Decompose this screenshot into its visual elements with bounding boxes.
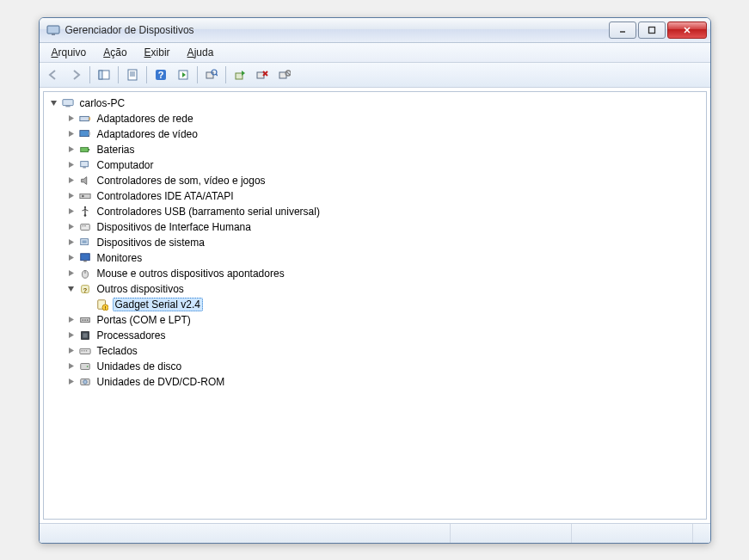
tree-category[interactable]: Adaptadores de rede (66, 111, 704, 126)
tree-category-label[interactable]: Outros dispositivos (95, 283, 186, 295)
back-button[interactable] (43, 65, 64, 84)
collapse-icon[interactable] (49, 98, 59, 108)
tree-category[interactable]: Dispositivos de Interface Humana (66, 219, 704, 235)
tree-category-label[interactable]: Processadores (95, 329, 168, 342)
tree-category[interactable]: Monitores (66, 250, 704, 266)
scan-hardware-button[interactable] (201, 65, 222, 84)
tree-root-label[interactable]: carlos-PC (78, 97, 127, 109)
tree-category-label[interactable]: Unidades de DVD/CD-ROM (95, 376, 227, 388)
minimize-button[interactable] (609, 22, 636, 39)
expand-icon[interactable] (66, 237, 77, 248)
tree-category[interactable]: Mouse e outros dispositivos apontadores (66, 266, 704, 281)
svg-point-55 (84, 319, 86, 321)
tree-category-label[interactable]: Adaptadores de rede (95, 113, 195, 125)
tree-category-label[interactable]: Portas (COM e LPT) (95, 314, 193, 326)
expand-icon[interactable] (66, 114, 77, 124)
tree-category[interactable]: Computador (66, 157, 704, 173)
unknown-device-icon: ? (78, 282, 92, 296)
tree-category-label[interactable]: Dispositivos de Interface Humana (95, 221, 253, 233)
svg-rect-58 (83, 333, 87, 337)
display-adapter-icon (78, 127, 92, 141)
update-driver-button[interactable] (230, 65, 250, 84)
svg-rect-32 (88, 149, 89, 151)
tree-category-label[interactable]: Controladores USB (barramento serial uni… (95, 206, 322, 218)
menu-file[interactable]: Arquivo (43, 45, 95, 60)
tree-category-label[interactable]: Computador (95, 159, 156, 171)
tree-category[interactable]: Baterias (66, 142, 704, 157)
tree-category-label[interactable]: Controladores de som, vídeo e jogos (95, 175, 267, 187)
tree-root[interactable]: carlos-PC (49, 95, 704, 111)
show-hide-tree-button[interactable] (94, 65, 114, 84)
keyboard-icon (78, 344, 92, 358)
tree-category-label[interactable]: Teclados (95, 345, 139, 357)
tree-category[interactable]: Controladores de som, vídeo e jogos (66, 173, 704, 188)
expand-icon[interactable] (66, 253, 77, 263)
expand-icon[interactable] (66, 377, 77, 387)
disable-button[interactable] (274, 65, 295, 84)
system-device-icon (78, 236, 92, 249)
expand-icon[interactable] (66, 145, 77, 155)
window-buttons (609, 22, 707, 39)
menu-action[interactable]: Ação (95, 45, 135, 60)
tree-category[interactable]: Dispositivos de sistema (66, 235, 704, 250)
tree-category[interactable]: Teclados (66, 343, 704, 359)
expand-icon[interactable] (66, 330, 77, 341)
svg-rect-45 (83, 260, 87, 262)
tree-category[interactable]: Portas (COM e LPT) (66, 312, 704, 328)
expand-icon[interactable] (66, 315, 77, 325)
svg-rect-43 (82, 240, 86, 243)
forward-button[interactable] (65, 65, 86, 84)
svg-rect-41 (84, 225, 86, 226)
tree-device[interactable]: !Gadget Serial v2.4 (83, 297, 704, 312)
tree-category[interactable]: Controladores IDE ATA/ATAPI (66, 188, 704, 204)
expand-icon[interactable] (66, 191, 77, 201)
svg-point-64 (86, 366, 88, 367)
expand-icon[interactable] (66, 160, 77, 170)
tree-category-label[interactable]: Controladores IDE ATA/ATAPI (95, 190, 236, 202)
tree-category[interactable]: Unidades de disco (66, 359, 704, 374)
tree-category[interactable]: Adaptadores de vídeo (66, 126, 704, 142)
tree-category-label[interactable]: Adaptadores de vídeo (95, 128, 200, 140)
tree-category-label[interactable]: Unidades de disco (95, 360, 184, 372)
svg-rect-35 (79, 194, 89, 198)
svg-rect-8 (128, 70, 137, 80)
svg-point-66 (83, 379, 86, 383)
expand-icon[interactable] (66, 346, 77, 356)
expand-icon[interactable] (66, 175, 77, 186)
tree-category-label[interactable]: Dispositivos de sistema (95, 237, 206, 249)
help-button[interactable]: ? (150, 65, 171, 84)
uninstall-button[interactable] (252, 65, 273, 84)
hid-icon (78, 220, 92, 234)
svg-rect-28 (89, 117, 90, 120)
resize-grip[interactable] (693, 524, 710, 543)
expand-icon[interactable] (66, 129, 77, 139)
titlebar[interactable]: Gerenciador de Dispositivos (40, 18, 710, 43)
expand-icon[interactable] (66, 222, 77, 232)
device-manager-window: Gerenciador de Dispositivos Arquivo Ação… (39, 17, 711, 544)
tree-view[interactable]: carlos-PC Adaptadores de redeAdaptadores… (43, 91, 707, 520)
svg-rect-26 (65, 105, 70, 107)
tree-category-label[interactable]: Baterias (95, 144, 137, 156)
svg-rect-31 (80, 147, 88, 151)
tree-category[interactable]: Unidades de DVD/CD-ROM (66, 374, 704, 390)
expand-icon[interactable] (66, 206, 77, 217)
expand-icon[interactable] (66, 361, 77, 372)
svg-rect-0 (47, 26, 59, 34)
tree-device-label[interactable]: Gadget Serial v2.4 (113, 298, 203, 311)
tree-category[interactable]: ?Outros dispositivos (66, 281, 704, 297)
menu-help[interactable]: Ajuda (179, 45, 223, 60)
action-button[interactable] (173, 65, 193, 84)
svg-text:?: ? (83, 286, 87, 293)
expand-icon[interactable] (66, 268, 77, 279)
collapse-icon[interactable] (66, 284, 77, 294)
properties-button[interactable] (122, 65, 143, 84)
menu-view[interactable]: Exibir (136, 45, 179, 60)
tree-category-label[interactable]: Mouse e outros dispositivos apontadores (95, 268, 286, 280)
battery-icon (78, 143, 92, 157)
tree-category[interactable]: Controladores USB (barramento serial uni… (66, 204, 704, 219)
close-button[interactable] (667, 22, 707, 39)
maximize-button[interactable] (638, 22, 666, 39)
tree-category-label[interactable]: Monitores (95, 252, 144, 264)
tree-category[interactable]: Processadores (66, 328, 704, 343)
disk-icon (78, 360, 92, 373)
